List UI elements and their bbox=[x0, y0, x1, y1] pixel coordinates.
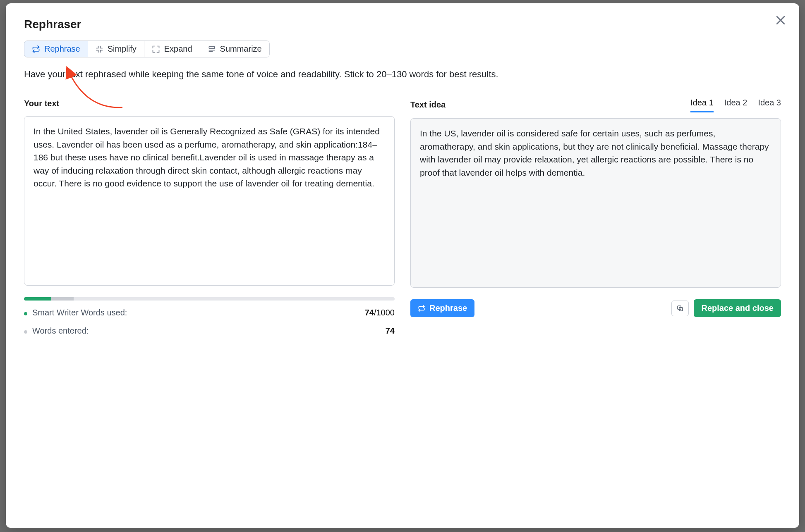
mode-tabs: Rephrase Simplify Expand bbox=[24, 41, 270, 57]
idea-tab-3[interactable]: Idea 3 bbox=[758, 96, 781, 112]
collapse-icon bbox=[95, 45, 103, 53]
summarize-icon bbox=[208, 45, 216, 53]
tab-label: Expand bbox=[164, 44, 192, 54]
svg-rect-2 bbox=[209, 46, 214, 48]
idea-tabs: Idea 1 Idea 2 Idea 3 bbox=[690, 96, 781, 112]
cycle-icon bbox=[32, 45, 40, 53]
button-label: Replace and close bbox=[701, 303, 774, 313]
dot-icon bbox=[24, 312, 27, 315]
button-label: Rephrase bbox=[429, 303, 467, 313]
action-row: Rephrase Replace and close bbox=[410, 299, 781, 317]
page-title: Rephraser bbox=[24, 16, 781, 33]
expand-icon bbox=[152, 45, 160, 53]
mode-description: Have your text rephrased while keeping t… bbox=[24, 67, 504, 81]
your-text-input[interactable]: In the United States, lavender oil is Ge… bbox=[24, 116, 395, 286]
copy-icon bbox=[676, 305, 684, 312]
stat-label: Words entered: bbox=[32, 324, 381, 337]
tab-rephrase[interactable]: Rephrase bbox=[24, 41, 88, 57]
your-text-column: Your text In the United States, lavender… bbox=[24, 96, 395, 337]
replace-and-close-button[interactable]: Replace and close bbox=[694, 299, 781, 317]
stat-value: 74 bbox=[386, 324, 395, 337]
rephraser-modal: Rephraser Rephrase Simplify bbox=[6, 3, 799, 528]
dot-icon bbox=[24, 330, 27, 334]
stat-words-used: Smart Writer Words used: 74/1000 bbox=[24, 306, 395, 319]
stat-value: 74/1000 bbox=[365, 306, 395, 319]
tab-summarize[interactable]: Summarize bbox=[200, 41, 269, 57]
rephrase-button[interactable]: Rephrase bbox=[410, 299, 474, 317]
text-idea-heading: Text idea bbox=[410, 98, 446, 111]
text-idea-column: Text idea Idea 1 Idea 2 Idea 3 In the US… bbox=[410, 96, 781, 337]
stat-words-entered: Words entered: 74 bbox=[24, 324, 395, 337]
stat-label: Smart Writer Words used: bbox=[32, 306, 360, 319]
tab-label: Rephrase bbox=[44, 44, 80, 54]
your-text-heading: Your text bbox=[24, 97, 59, 110]
idea-tab-2[interactable]: Idea 2 bbox=[724, 96, 748, 112]
tab-expand[interactable]: Expand bbox=[144, 41, 200, 57]
tab-label: Simplify bbox=[108, 44, 137, 54]
tab-simplify[interactable]: Simplify bbox=[88, 41, 144, 57]
copy-button[interactable] bbox=[671, 301, 689, 316]
usage-progress bbox=[24, 297, 395, 301]
text-idea-output: In the US, lavender oil is considered sa… bbox=[410, 118, 781, 288]
tab-label: Summarize bbox=[220, 44, 262, 54]
cycle-icon bbox=[418, 305, 425, 312]
idea-tab-1[interactable]: Idea 1 bbox=[690, 96, 714, 112]
close-icon[interactable] bbox=[774, 14, 787, 26]
